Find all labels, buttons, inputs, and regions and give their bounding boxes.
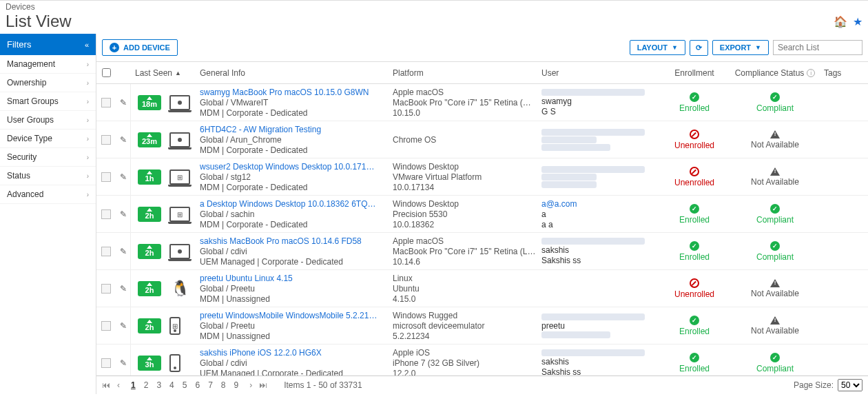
platform-version: 10.0.18362 — [393, 220, 541, 229]
redacted-text — [541, 331, 610, 338]
platform-version: 4.15.0 — [393, 294, 541, 304]
edit-icon[interactable]: ✎ — [120, 135, 127, 145]
platform-version: 12.2.0 — [393, 369, 541, 376]
device-mgmt: MDM | Corporate - Dedicated — [200, 145, 393, 155]
row-checkbox[interactable] — [101, 209, 111, 219]
add-device-button[interactable]: + ADD DEVICE — [102, 39, 178, 56]
home-icon[interactable]: 🏠 — [834, 15, 847, 28]
star-icon[interactable]: ★ — [853, 15, 862, 28]
col-header-platform[interactable]: Platform — [393, 68, 541, 78]
row-checkbox[interactable] — [101, 321, 111, 331]
info-icon[interactable]: i — [807, 69, 815, 77]
page-title: List View — [6, 12, 72, 31]
row-checkbox[interactable] — [101, 284, 111, 294]
device-mgmt: MDM | Unassigned — [200, 294, 393, 304]
filter-item-security[interactable]: Security› — [0, 148, 96, 167]
pager-page-3[interactable]: 3 — [155, 380, 163, 390]
pager-page-6[interactable]: 6 — [194, 380, 201, 390]
table-row[interactable]: ✎2hsakshis MacBook Pro macOS 10.14.6 FD5… — [96, 233, 868, 270]
phone-icon — [169, 354, 180, 372]
filter-item-advanced[interactable]: Advanced› — [0, 185, 96, 204]
table-row[interactable]: ✎2h⊞preetu WindowsMobile WindowsMobile 5… — [96, 307, 868, 345]
prohibited-icon — [690, 278, 699, 288]
col-header-general-info[interactable]: General Info — [200, 68, 393, 78]
table-row[interactable]: ✎23m6HTD4C2 - AW Migration TestingGlobal… — [96, 121, 868, 158]
edit-icon[interactable]: ✎ — [120, 284, 127, 294]
pager-page-9[interactable]: 9 — [233, 380, 240, 390]
pager-page-8[interactable]: 8 — [220, 380, 227, 390]
filter-item-ownership[interactable]: Ownership› — [0, 74, 96, 92]
page-size-select[interactable]: 50 — [838, 379, 862, 391]
platform-name: Apple iOS — [393, 348, 541, 358]
table-row[interactable]: ✎2h⊞a Desktop Windows Desktop 10.0.18362… — [96, 196, 868, 233]
pager-last[interactable]: ⏭ — [259, 380, 267, 390]
search-input[interactable] — [773, 40, 862, 55]
row-checkbox[interactable] — [101, 358, 111, 368]
col-header-user[interactable]: User — [541, 68, 659, 78]
redacted-text — [541, 238, 645, 245]
user-text: preetu — [541, 321, 659, 331]
filter-item-status[interactable]: Status› — [0, 167, 96, 185]
last-seen-badge: 2h — [138, 207, 161, 222]
pager-page-2[interactable]: 2 — [143, 380, 150, 390]
platform-model: MacBook Pro "Core i7" 15" Retina (Mid-..… — [393, 98, 537, 107]
chevron-right-icon: › — [87, 154, 89, 161]
table-row[interactable]: ✎18mswamyg MacBook Pro macOS 10.15.0 G8W… — [96, 84, 868, 121]
platform-name: Apple macOS — [393, 236, 541, 246]
row-checkbox[interactable] — [101, 98, 111, 107]
device-name-link[interactable]: 6HTD4C2 - AW Migration Testing — [200, 125, 379, 134]
user-email-link[interactable]: a@a.com — [541, 199, 659, 209]
pager-page-7[interactable]: 7 — [207, 380, 214, 390]
filters-header[interactable]: Filters « — [0, 34, 96, 55]
refresh-button[interactable]: ⟳ — [690, 40, 708, 56]
col-header-compliance[interactable]: Compliance Status i — [730, 68, 820, 78]
edit-icon[interactable]: ✎ — [120, 209, 127, 219]
user-text: sakshis — [541, 357, 659, 367]
export-button[interactable]: EXPORT ▼ — [712, 40, 769, 55]
check-icon: ✓ — [690, 92, 699, 102]
add-device-label: ADD DEVICE — [123, 43, 170, 52]
col-header-enrollment[interactable]: Enrollment — [659, 68, 730, 78]
check-icon: ✓ — [770, 92, 780, 102]
col-header-tags[interactable]: Tags — [820, 68, 861, 78]
edit-icon[interactable]: ✎ — [120, 172, 127, 182]
table-row[interactable]: ✎1h⊞wsuser2 Desktop Windows Desktop 10.0… — [96, 158, 868, 196]
edit-icon[interactable]: ✎ — [120, 98, 127, 107]
toolbar: + ADD DEVICE LAYOUT ▼ ⟳ EXPORT ▼ — [96, 34, 868, 62]
device-name-link[interactable]: sakshis MacBook Pro macOS 10.14.6 FD58 — [200, 236, 379, 246]
device-name-link[interactable]: sakshis iPhone iOS 12.2.0 HG6X — [200, 348, 379, 358]
layout-button[interactable]: LAYOUT ▼ — [630, 40, 685, 55]
row-checkbox[interactable] — [101, 172, 111, 182]
edit-icon[interactable]: ✎ — [120, 247, 127, 256]
filter-item-management[interactable]: Management› — [0, 55, 96, 74]
device-name-link[interactable]: a Desktop Windows Desktop 10.0.18362 6TQ… — [200, 199, 379, 209]
pager-page-5[interactable]: 5 — [181, 380, 189, 390]
pager-prev[interactable]: ‹ — [117, 380, 120, 390]
edit-icon[interactable]: ✎ — [120, 358, 127, 368]
device-name-link[interactable]: preetu WindowsMobile WindowsMobile 5.2.2… — [200, 311, 379, 320]
warning-icon — [770, 316, 780, 325]
table-row[interactable]: ✎3hsakshis iPhone iOS 12.2.0 HG6XGlobal … — [96, 345, 868, 376]
col-header-last-seen[interactable]: Last Seen ▲ — [131, 68, 200, 78]
user-text: Sakshis ss — [541, 256, 659, 265]
pager-next[interactable]: › — [249, 380, 252, 390]
phone-icon: ⊞ — [169, 317, 180, 335]
filter-item-device-type[interactable]: Device Type› — [0, 130, 96, 148]
select-all-checkbox[interactable] — [102, 68, 111, 77]
pager-page-4[interactable]: 4 — [168, 380, 176, 390]
filter-item-user-groups[interactable]: User Groups› — [0, 111, 96, 130]
platform-model: MacBook Pro "Core i7" 15" Retina (Late..… — [393, 247, 537, 256]
platform-name: Windows Desktop — [393, 199, 541, 209]
filter-item-smart-groups[interactable]: Smart Groups› — [0, 92, 96, 111]
device-name-link[interactable]: preetu Ubuntu Linux 4.15 — [200, 274, 379, 283]
device-name-link[interactable]: wsuser2 Desktop Windows Desktop 10.0.171… — [200, 162, 379, 172]
pager-first[interactable]: ⏮ — [102, 380, 110, 390]
row-checkbox[interactable] — [101, 247, 111, 256]
platform-name: Linux — [393, 274, 541, 283]
row-checkbox[interactable] — [101, 135, 111, 145]
edit-icon[interactable]: ✎ — [120, 321, 127, 331]
device-name-link[interactable]: swamyg MacBook Pro macOS 10.15.0 G8WN — [200, 88, 379, 97]
table-row[interactable]: ✎2h🐧preetu Ubuntu Linux 4.15Global / Pre… — [96, 270, 868, 307]
pager-page-1[interactable]: 1 — [130, 380, 137, 390]
last-seen-badge: 23m — [138, 132, 161, 147]
